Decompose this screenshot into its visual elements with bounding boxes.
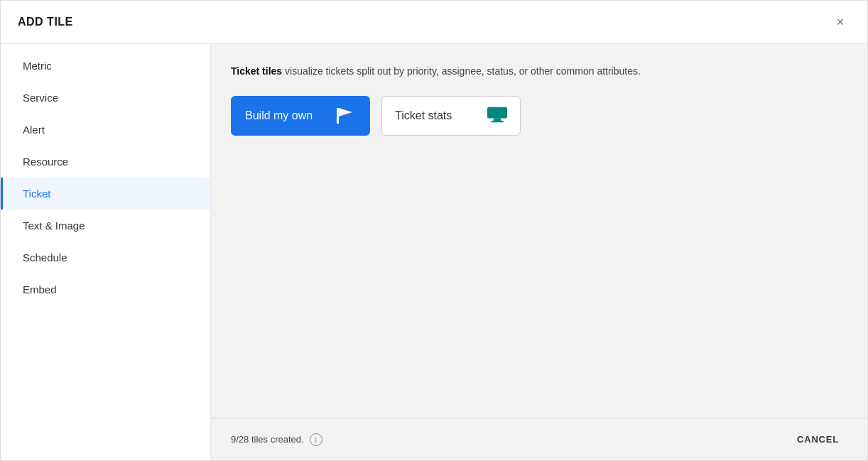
sidebar-item-text-image[interactable]: Text & Image (1, 210, 210, 242)
sidebar-item-service[interactable]: Service (1, 82, 210, 114)
svg-marker-1 (339, 108, 352, 116)
sidebar: Metric Service Alert Resource Ticket Tex… (1, 44, 211, 460)
description-rest: visualize tickets split out by priority,… (282, 65, 641, 77)
svg-rect-0 (337, 108, 339, 124)
monitor-icon (487, 106, 507, 126)
svg-rect-3 (494, 119, 501, 121)
dialog-title: ADD TILE (18, 16, 73, 28)
dialog-body: Metric Service Alert Resource Ticket Tex… (1, 44, 867, 460)
sidebar-item-resource[interactable]: Resource (1, 146, 210, 178)
tile-ticket-stats-label: Ticket stats (395, 109, 452, 122)
tiles-grid: Build my own Ticket stats (231, 96, 847, 136)
content-footer: 9/28 tiles created. i CANCEL (211, 418, 867, 460)
main-content: Ticket tiles visualize tickets split out… (211, 44, 867, 460)
cancel-button[interactable]: CANCEL (788, 428, 847, 450)
sidebar-item-metric[interactable]: Metric (1, 50, 210, 82)
dialog-header: ADD TILE × (1, 1, 867, 44)
content-area: Ticket tiles visualize tickets split out… (211, 44, 867, 418)
tile-ticket-stats[interactable]: Ticket stats (381, 96, 521, 136)
sidebar-item-embed[interactable]: Embed (1, 273, 210, 305)
sidebar-item-alert[interactable]: Alert (1, 114, 210, 146)
description-bold: Ticket tiles (231, 65, 282, 77)
tiles-count: 9/28 tiles created. (231, 434, 304, 445)
info-icon[interactable]: i (310, 433, 322, 446)
sidebar-item-ticket[interactable]: Ticket (1, 178, 210, 210)
tile-build-my-own-label: Build my own (245, 109, 313, 122)
description: Ticket tiles visualize tickets split out… (231, 64, 847, 79)
close-button[interactable]: × (830, 12, 850, 32)
svg-rect-2 (487, 107, 507, 119)
add-tile-dialog: ADD TILE × Metric Service Alert Resource… (0, 0, 868, 461)
flag-icon (336, 107, 356, 124)
footer-info: 9/28 tiles created. i (231, 433, 322, 446)
svg-rect-4 (491, 121, 504, 122)
tile-build-my-own[interactable]: Build my own (231, 96, 370, 136)
sidebar-item-schedule[interactable]: Schedule (1, 242, 210, 273)
